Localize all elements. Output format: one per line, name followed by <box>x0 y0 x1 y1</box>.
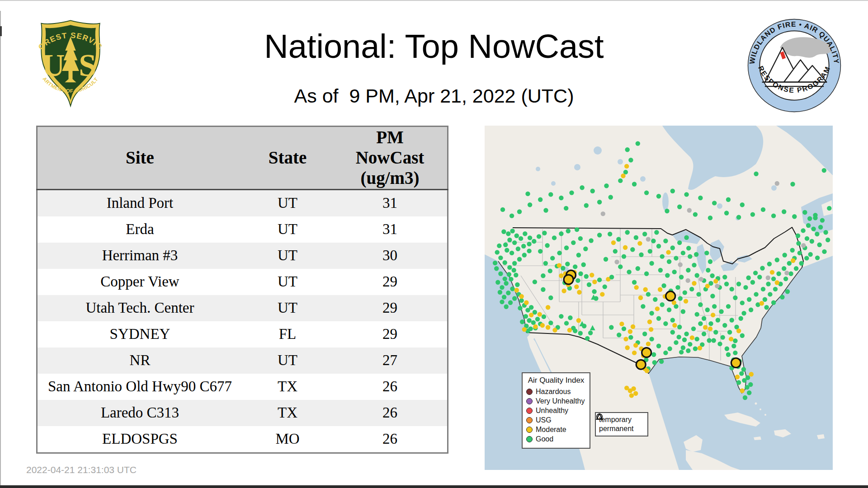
monitor-dot[interactable] <box>660 254 665 258</box>
monitor-dot[interactable] <box>698 302 703 307</box>
monitor-dot[interactable] <box>552 328 557 332</box>
monitor-dot[interactable] <box>681 251 685 255</box>
monitor-dot[interactable] <box>632 351 637 355</box>
monitor-dot[interactable] <box>500 300 504 304</box>
monitor-dot[interactable] <box>787 261 792 266</box>
monitor-dot[interactable] <box>550 256 555 260</box>
monitor-dot[interactable] <box>656 344 661 348</box>
monitor-dot[interactable] <box>710 273 714 278</box>
monitor-dot[interactable] <box>796 241 801 245</box>
monitor-dot[interactable] <box>684 235 689 240</box>
monitor-dot[interactable] <box>808 252 813 257</box>
monitor-dot[interactable] <box>690 335 694 340</box>
monitor-dot[interactable] <box>686 268 690 272</box>
monitor-dot[interactable] <box>647 319 652 324</box>
monitor-dot[interactable] <box>642 332 647 336</box>
monitor-dot[interactable] <box>557 263 561 267</box>
monitor-dot[interactable] <box>665 209 669 213</box>
monitor-dot[interactable] <box>631 324 635 329</box>
monitor-dot[interactable] <box>740 202 745 207</box>
monitor-dot[interactable] <box>678 263 683 267</box>
monitor-dot[interactable] <box>583 247 588 251</box>
monitor-dot[interactable] <box>548 296 553 300</box>
monitor-dot[interactable] <box>568 315 572 320</box>
monitor-dot[interactable] <box>519 298 524 303</box>
monitor-dot[interactable] <box>587 282 591 287</box>
monitor-dot[interactable] <box>498 272 503 276</box>
monitor-dot[interactable] <box>634 235 638 240</box>
monitor-dot[interactable] <box>545 243 549 248</box>
monitor-dot[interactable] <box>566 229 571 233</box>
monitor-dot[interactable] <box>797 251 802 255</box>
monitor-dot[interactable] <box>708 259 712 264</box>
monitor-dot[interactable] <box>729 337 733 341</box>
monitor-dot[interactable] <box>750 280 755 285</box>
monitor-dot[interactable] <box>603 284 607 289</box>
monitor-dot[interactable] <box>698 321 703 326</box>
monitor-dot[interactable] <box>782 209 786 214</box>
monitor-dot[interactable] <box>822 249 826 254</box>
monitor-dot[interactable] <box>509 251 514 255</box>
monitor-dot[interactable] <box>651 239 656 243</box>
monitor-dot[interactable] <box>542 314 546 319</box>
monitor-dot[interactable] <box>678 296 683 300</box>
monitor-dot[interactable] <box>623 245 627 250</box>
monitor-dot[interactable] <box>766 282 770 286</box>
monitor-dot[interactable] <box>540 323 545 328</box>
monitor-dot[interactable] <box>692 263 696 267</box>
monitor-dot[interactable] <box>658 287 662 292</box>
monitor-dot[interactable] <box>495 250 500 254</box>
monitor-dot[interactable] <box>704 251 709 255</box>
monitor-dot[interactable] <box>516 247 520 251</box>
monitor-dot[interactable] <box>688 254 692 258</box>
monitor-dot[interactable] <box>788 272 793 276</box>
monitor-dot[interactable] <box>698 196 703 200</box>
monitor-dot[interactable] <box>504 305 509 309</box>
monitor-dot[interactable] <box>722 275 727 279</box>
monitor-dot[interactable] <box>507 272 511 277</box>
monitor-dot[interactable] <box>746 276 751 280</box>
monitor-dot[interactable] <box>504 281 509 286</box>
monitor-dot[interactable] <box>507 238 512 242</box>
monitor-dot[interactable] <box>574 284 579 289</box>
monitor-dot[interactable] <box>783 253 787 257</box>
monitor-dot[interactable] <box>649 327 653 332</box>
monitor-dot[interactable] <box>646 342 651 346</box>
monitor-dot[interactable] <box>597 200 602 204</box>
monitor-dot[interactable] <box>495 280 500 285</box>
monitor-dot[interactable] <box>689 287 694 291</box>
monitor-dot[interactable] <box>656 316 661 321</box>
monitor-dot[interactable] <box>604 183 609 188</box>
monitor-dot[interactable] <box>515 282 519 287</box>
monitor-dot[interactable] <box>663 321 668 326</box>
monitor-dot[interactable] <box>546 305 550 310</box>
monitor-dot[interactable] <box>580 185 584 190</box>
monitor-dot[interactable] <box>632 182 637 186</box>
monitor-dot[interactable] <box>617 333 621 337</box>
monitor-dot[interactable] <box>705 284 710 288</box>
monitor-dot[interactable] <box>708 216 712 220</box>
monitor-dot[interactable] <box>713 279 718 283</box>
monitor-dot[interactable] <box>713 330 718 334</box>
monitor-dot[interactable] <box>696 292 701 296</box>
monitor-dot[interactable] <box>747 297 751 302</box>
monitor-dot[interactable] <box>588 331 593 335</box>
monitor-dot[interactable] <box>636 266 640 271</box>
monitor-dot[interactable] <box>590 273 594 277</box>
monitor-dot[interactable] <box>726 352 731 357</box>
monitor-dot[interactable] <box>761 207 765 212</box>
monitor-dot[interactable] <box>512 268 516 272</box>
monitor-dot[interactable] <box>577 290 581 295</box>
monitor-dot[interactable] <box>529 313 533 317</box>
monitor-dot[interactable] <box>532 239 536 244</box>
monitor-dot[interactable] <box>628 158 633 162</box>
monitor-dot[interactable] <box>609 275 614 279</box>
monitor-dot[interactable] <box>733 296 737 300</box>
monitor-dot[interactable] <box>548 192 553 197</box>
monitor-dot[interactable] <box>508 300 513 305</box>
monitor-dot[interactable] <box>699 277 703 282</box>
monitor-dot[interactable] <box>573 328 577 333</box>
monitor-dot[interactable] <box>522 253 527 257</box>
monitor-dot[interactable] <box>686 246 691 250</box>
monitor-dot[interactable] <box>510 229 514 233</box>
